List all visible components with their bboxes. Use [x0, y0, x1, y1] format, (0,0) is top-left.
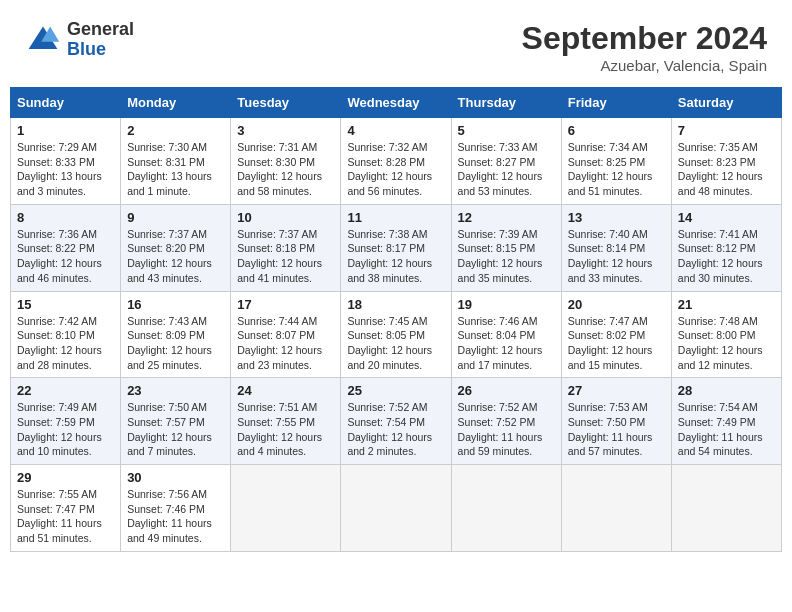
calendar-cell	[231, 465, 341, 552]
weekday-header-wednesday: Wednesday	[341, 88, 451, 118]
calendar-cell	[451, 465, 561, 552]
day-info: Sunrise: 7:56 AMSunset: 7:46 PMDaylight:…	[127, 487, 224, 546]
title-block: September 2024 Azuebar, Valencia, Spain	[522, 20, 767, 74]
weekday-header-sunday: Sunday	[11, 88, 121, 118]
day-info: Sunrise: 7:54 AMSunset: 7:49 PMDaylight:…	[678, 400, 775, 459]
day-number: 10	[237, 210, 334, 225]
day-number: 15	[17, 297, 114, 312]
calendar-cell	[341, 465, 451, 552]
day-number: 1	[17, 123, 114, 138]
day-number: 8	[17, 210, 114, 225]
day-info: Sunrise: 7:41 AMSunset: 8:12 PMDaylight:…	[678, 227, 775, 286]
calendar-cell: 5Sunrise: 7:33 AMSunset: 8:27 PMDaylight…	[451, 118, 561, 205]
calendar-cell: 12Sunrise: 7:39 AMSunset: 8:15 PMDayligh…	[451, 204, 561, 291]
weekday-header-friday: Friday	[561, 88, 671, 118]
day-number: 25	[347, 383, 444, 398]
day-info: Sunrise: 7:51 AMSunset: 7:55 PMDaylight:…	[237, 400, 334, 459]
day-number: 2	[127, 123, 224, 138]
day-info: Sunrise: 7:32 AMSunset: 8:28 PMDaylight:…	[347, 140, 444, 199]
calendar-cell: 25Sunrise: 7:52 AMSunset: 7:54 PMDayligh…	[341, 378, 451, 465]
day-number: 4	[347, 123, 444, 138]
day-info: Sunrise: 7:29 AMSunset: 8:33 PMDaylight:…	[17, 140, 114, 199]
calendar-cell	[671, 465, 781, 552]
day-number: 24	[237, 383, 334, 398]
calendar-cell: 4Sunrise: 7:32 AMSunset: 8:28 PMDaylight…	[341, 118, 451, 205]
calendar-week-row: 22Sunrise: 7:49 AMSunset: 7:59 PMDayligh…	[11, 378, 782, 465]
calendar-cell: 18Sunrise: 7:45 AMSunset: 8:05 PMDayligh…	[341, 291, 451, 378]
day-info: Sunrise: 7:52 AMSunset: 7:54 PMDaylight:…	[347, 400, 444, 459]
day-info: Sunrise: 7:48 AMSunset: 8:00 PMDaylight:…	[678, 314, 775, 373]
weekday-header-thursday: Thursday	[451, 88, 561, 118]
day-info: Sunrise: 7:40 AMSunset: 8:14 PMDaylight:…	[568, 227, 665, 286]
day-number: 21	[678, 297, 775, 312]
day-number: 19	[458, 297, 555, 312]
calendar-cell	[561, 465, 671, 552]
day-number: 28	[678, 383, 775, 398]
day-number: 23	[127, 383, 224, 398]
logo-text: General Blue	[67, 20, 134, 60]
calendar-cell: 20Sunrise: 7:47 AMSunset: 8:02 PMDayligh…	[561, 291, 671, 378]
calendar-table: SundayMondayTuesdayWednesdayThursdayFrid…	[10, 87, 782, 552]
day-number: 3	[237, 123, 334, 138]
day-number: 13	[568, 210, 665, 225]
calendar-cell: 30Sunrise: 7:56 AMSunset: 7:46 PMDayligh…	[121, 465, 231, 552]
calendar-cell: 23Sunrise: 7:50 AMSunset: 7:57 PMDayligh…	[121, 378, 231, 465]
day-info: Sunrise: 7:49 AMSunset: 7:59 PMDaylight:…	[17, 400, 114, 459]
calendar-cell: 22Sunrise: 7:49 AMSunset: 7:59 PMDayligh…	[11, 378, 121, 465]
day-number: 17	[237, 297, 334, 312]
calendar-cell: 10Sunrise: 7:37 AMSunset: 8:18 PMDayligh…	[231, 204, 341, 291]
day-number: 11	[347, 210, 444, 225]
day-number: 5	[458, 123, 555, 138]
calendar-week-row: 8Sunrise: 7:36 AMSunset: 8:22 PMDaylight…	[11, 204, 782, 291]
day-number: 18	[347, 297, 444, 312]
logo-general: General	[67, 20, 134, 40]
calendar-cell: 24Sunrise: 7:51 AMSunset: 7:55 PMDayligh…	[231, 378, 341, 465]
day-info: Sunrise: 7:37 AMSunset: 8:20 PMDaylight:…	[127, 227, 224, 286]
day-number: 29	[17, 470, 114, 485]
calendar-cell: 8Sunrise: 7:36 AMSunset: 8:22 PMDaylight…	[11, 204, 121, 291]
day-info: Sunrise: 7:45 AMSunset: 8:05 PMDaylight:…	[347, 314, 444, 373]
day-number: 16	[127, 297, 224, 312]
day-info: Sunrise: 7:37 AMSunset: 8:18 PMDaylight:…	[237, 227, 334, 286]
day-info: Sunrise: 7:33 AMSunset: 8:27 PMDaylight:…	[458, 140, 555, 199]
calendar-cell: 16Sunrise: 7:43 AMSunset: 8:09 PMDayligh…	[121, 291, 231, 378]
month-title: September 2024	[522, 20, 767, 57]
logo-blue: Blue	[67, 40, 134, 60]
day-info: Sunrise: 7:42 AMSunset: 8:10 PMDaylight:…	[17, 314, 114, 373]
day-number: 9	[127, 210, 224, 225]
calendar-cell: 1Sunrise: 7:29 AMSunset: 8:33 PMDaylight…	[11, 118, 121, 205]
logo-icon	[25, 22, 61, 58]
calendar-cell: 13Sunrise: 7:40 AMSunset: 8:14 PMDayligh…	[561, 204, 671, 291]
weekday-header-row: SundayMondayTuesdayWednesdayThursdayFrid…	[11, 88, 782, 118]
calendar-week-row: 29Sunrise: 7:55 AMSunset: 7:47 PMDayligh…	[11, 465, 782, 552]
location-subtitle: Azuebar, Valencia, Spain	[522, 57, 767, 74]
day-info: Sunrise: 7:46 AMSunset: 8:04 PMDaylight:…	[458, 314, 555, 373]
day-info: Sunrise: 7:43 AMSunset: 8:09 PMDaylight:…	[127, 314, 224, 373]
calendar-week-row: 1Sunrise: 7:29 AMSunset: 8:33 PMDaylight…	[11, 118, 782, 205]
calendar-cell: 26Sunrise: 7:52 AMSunset: 7:52 PMDayligh…	[451, 378, 561, 465]
day-info: Sunrise: 7:55 AMSunset: 7:47 PMDaylight:…	[17, 487, 114, 546]
day-info: Sunrise: 7:38 AMSunset: 8:17 PMDaylight:…	[347, 227, 444, 286]
calendar-cell: 6Sunrise: 7:34 AMSunset: 8:25 PMDaylight…	[561, 118, 671, 205]
day-info: Sunrise: 7:53 AMSunset: 7:50 PMDaylight:…	[568, 400, 665, 459]
day-number: 14	[678, 210, 775, 225]
calendar-cell: 7Sunrise: 7:35 AMSunset: 8:23 PMDaylight…	[671, 118, 781, 205]
calendar-cell: 2Sunrise: 7:30 AMSunset: 8:31 PMDaylight…	[121, 118, 231, 205]
calendar-cell: 3Sunrise: 7:31 AMSunset: 8:30 PMDaylight…	[231, 118, 341, 205]
day-info: Sunrise: 7:30 AMSunset: 8:31 PMDaylight:…	[127, 140, 224, 199]
day-number: 20	[568, 297, 665, 312]
day-info: Sunrise: 7:35 AMSunset: 8:23 PMDaylight:…	[678, 140, 775, 199]
logo: General Blue	[25, 20, 134, 60]
day-number: 6	[568, 123, 665, 138]
calendar-cell: 27Sunrise: 7:53 AMSunset: 7:50 PMDayligh…	[561, 378, 671, 465]
day-number: 12	[458, 210, 555, 225]
day-info: Sunrise: 7:52 AMSunset: 7:52 PMDaylight:…	[458, 400, 555, 459]
weekday-header-monday: Monday	[121, 88, 231, 118]
calendar-cell: 19Sunrise: 7:46 AMSunset: 8:04 PMDayligh…	[451, 291, 561, 378]
day-number: 26	[458, 383, 555, 398]
calendar-week-row: 15Sunrise: 7:42 AMSunset: 8:10 PMDayligh…	[11, 291, 782, 378]
calendar-cell: 14Sunrise: 7:41 AMSunset: 8:12 PMDayligh…	[671, 204, 781, 291]
day-number: 30	[127, 470, 224, 485]
calendar-cell: 15Sunrise: 7:42 AMSunset: 8:10 PMDayligh…	[11, 291, 121, 378]
weekday-header-saturday: Saturday	[671, 88, 781, 118]
